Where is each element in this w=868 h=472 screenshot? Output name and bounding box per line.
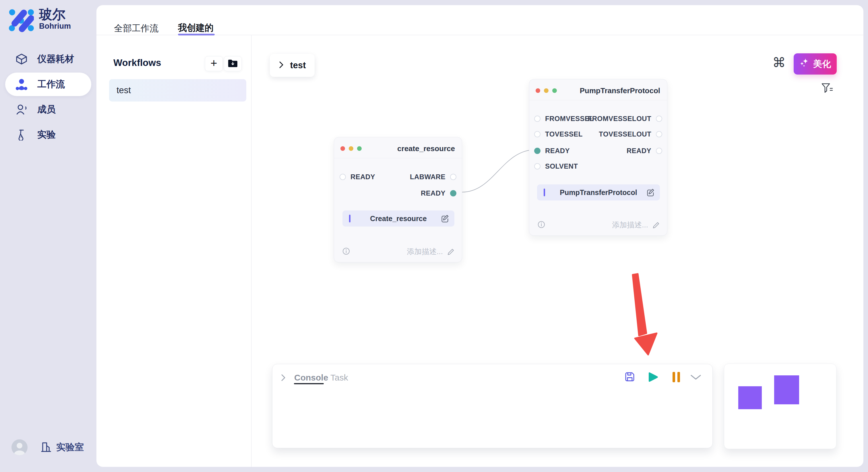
description-placeholder[interactable]: 添加描述... <box>612 220 648 230</box>
minimap[interactable] <box>724 364 836 449</box>
chevron-down-icon[interactable] <box>689 374 702 381</box>
play-icon[interactable] <box>647 371 659 384</box>
save-icon[interactable] <box>624 371 636 382</box>
port-dot-connected[interactable] <box>534 148 540 154</box>
tabbar-divider <box>96 35 863 35</box>
sidebar-item-label: 成员 <box>37 103 56 116</box>
port-dot-connected[interactable] <box>450 190 456 196</box>
port-dot[interactable] <box>534 131 540 137</box>
node-pump-transfer-protocol[interactable]: PumpTransferProtocol FROMVESSEL TOVESSEL… <box>529 79 668 236</box>
node-footer: 添加描述... <box>342 247 455 257</box>
port-in-tovessel: TOVESSEL <box>534 130 583 138</box>
traffic-green-dot[interactable] <box>552 88 557 93</box>
port-in-fromvessel: FROMVESSEL <box>534 115 594 123</box>
app-root: 玻尔 Bohrium 仪器耗材 <box>0 0 868 472</box>
breadcrumb-label: test <box>290 60 306 71</box>
command-icon: ⌘ <box>772 55 786 70</box>
node-action-button[interactable]: PumpTransferProtocol <box>537 184 660 200</box>
port-dot[interactable] <box>656 115 662 122</box>
traffic-yellow-dot[interactable] <box>349 146 353 151</box>
sidebar-item-members[interactable]: 成员 <box>5 98 91 121</box>
port-dot[interactable] <box>534 163 540 169</box>
port-in-ready: READY <box>340 173 375 181</box>
test-tube-icon <box>15 128 28 141</box>
info-icon[interactable] <box>537 221 546 230</box>
command-palette-button[interactable]: ⌘ <box>771 55 787 71</box>
workflow-list-item[interactable]: test <box>109 79 246 102</box>
building-icon <box>40 441 52 453</box>
lab-label: 实验室 <box>56 441 84 453</box>
console-panel: Console Task <box>272 364 713 448</box>
port-dot[interactable] <box>534 115 540 122</box>
chevron-right-icon <box>278 61 284 70</box>
brand-name: 玻尔 <box>39 7 71 21</box>
edit-icon[interactable] <box>646 188 655 197</box>
port-out-tovesselout: TOVESSELOUT <box>599 130 662 138</box>
sidebar-item-label: 仪器耗材 <box>37 53 74 65</box>
avatar[interactable] <box>11 439 28 456</box>
node-header: PumpTransferProtocol <box>529 79 667 100</box>
members-icon <box>15 103 28 116</box>
collapse-chevron-icon[interactable] <box>280 373 286 383</box>
breadcrumb[interactable]: test <box>270 54 315 77</box>
node-title: PumpTransferProtocol <box>580 86 660 95</box>
node-title: create_resource <box>397 144 455 153</box>
traffic-green-dot[interactable] <box>357 146 362 151</box>
node-create-resource[interactable]: create_resource READY LABWARE READY Crea… <box>334 137 462 262</box>
beautify-label: 美化 <box>813 58 831 70</box>
tab-my-created[interactable]: 我创建的 <box>178 22 214 34</box>
tab-all-workflows[interactable]: 全部工作流 <box>114 22 158 34</box>
pause-icon[interactable] <box>672 372 680 382</box>
console-tab-underline <box>294 383 324 384</box>
pencil-icon[interactable] <box>447 248 455 256</box>
sidebar-item-experiments[interactable]: 实验 <box>5 123 91 146</box>
port-out-fromvesselout: FROMVESSELOUT <box>588 115 662 123</box>
brand-subtitle: Bohrium <box>39 22 71 31</box>
filter-funnel-icon <box>821 82 833 95</box>
traffic-red-dot[interactable] <box>536 88 540 93</box>
import-folder-button[interactable] <box>224 56 242 71</box>
tab-console[interactable]: Console <box>294 373 328 382</box>
pencil-icon[interactable] <box>652 221 660 229</box>
node-header: create_resource <box>334 137 462 158</box>
red-annotation-arrow <box>629 270 663 359</box>
brand: 玻尔 Bohrium <box>9 7 71 34</box>
port-out-labware: LABWARE <box>410 173 456 181</box>
filter-button[interactable] <box>820 82 834 96</box>
add-workflow-button[interactable]: + <box>205 56 223 71</box>
edit-icon[interactable] <box>441 214 449 223</box>
folder-download-icon <box>228 59 238 69</box>
node-footer: 添加描述... <box>537 220 660 230</box>
plus-icon: + <box>210 57 217 69</box>
bohrium-logo-icon <box>9 7 34 34</box>
accent-bar <box>349 215 350 223</box>
node-action-button[interactable]: Create_resource <box>342 210 454 227</box>
sidebar-item-label: 实验 <box>37 129 56 141</box>
workflows-title: Workflows <box>113 57 161 68</box>
box-icon <box>15 53 28 66</box>
minimap-node-pump <box>774 375 799 404</box>
sidebar-item-instruments[interactable]: 仪器耗材 <box>5 47 91 71</box>
port-dot[interactable] <box>450 174 456 180</box>
info-icon[interactable] <box>342 247 350 256</box>
sidebar-footer: 实验室 <box>11 439 84 456</box>
port-in-ready: READY <box>534 147 570 155</box>
traffic-red-dot[interactable] <box>340 146 345 151</box>
beautify-button[interactable]: 美化 <box>794 53 837 74</box>
port-out-ready: READY <box>421 189 456 197</box>
port-dot[interactable] <box>656 148 662 154</box>
tab-task[interactable]: Task <box>330 373 348 382</box>
port-in-solvent: SOLVENT <box>534 162 578 170</box>
description-placeholder[interactable]: 添加描述... <box>407 247 443 257</box>
port-dot[interactable] <box>340 174 346 180</box>
panel-divider <box>251 35 252 467</box>
port-dot[interactable] <box>656 131 662 137</box>
port-out-ready: READY <box>627 147 662 155</box>
sidebar-item-workflow[interactable]: 工作流 <box>5 72 91 96</box>
accent-bar <box>544 189 545 196</box>
sidebar: 玻尔 Bohrium 仪器耗材 <box>0 0 96 472</box>
sparkles-icon <box>799 58 809 70</box>
lab-switcher[interactable]: 实验室 <box>40 441 84 453</box>
traffic-yellow-dot[interactable] <box>544 88 549 93</box>
workflow-icon <box>15 78 28 91</box>
